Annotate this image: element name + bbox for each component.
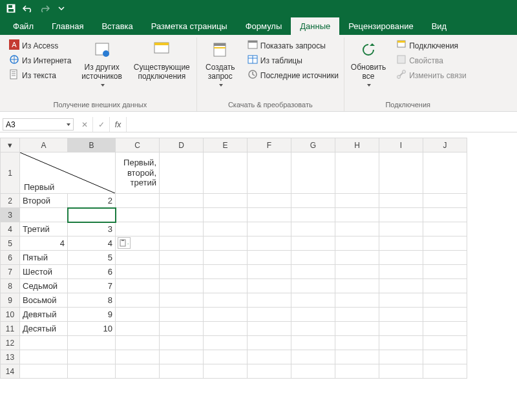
cell-J6[interactable]: [423, 251, 467, 265]
cell-D7[interactable]: [160, 265, 204, 279]
cell-C4[interactable]: [116, 222, 160, 236]
cell-H10[interactable]: [335, 308, 379, 322]
cell-E2[interactable]: [204, 194, 248, 208]
row-header-10[interactable]: 10: [1, 308, 20, 322]
cell-H1[interactable]: [335, 152, 379, 194]
cell-B7[interactable]: 6: [68, 265, 116, 279]
cell-D6[interactable]: [160, 251, 204, 265]
cell-B8[interactable]: 7: [68, 279, 116, 293]
cell-E1[interactable]: [204, 152, 248, 194]
cell-B14[interactable]: [68, 364, 116, 379]
cell-E4[interactable]: [204, 222, 248, 236]
cell-H6[interactable]: [335, 251, 379, 265]
cell-F13[interactable]: [248, 350, 291, 364]
row-header-2[interactable]: 2: [1, 194, 20, 208]
cell-G5[interactable]: [291, 236, 335, 251]
cell-J3[interactable]: [423, 208, 467, 222]
tab-review[interactable]: Рецензирование: [339, 17, 422, 35]
cell-F2[interactable]: [248, 194, 291, 208]
row-header-12[interactable]: 12: [1, 336, 20, 350]
cell-J14[interactable]: [423, 364, 467, 379]
cell-B12[interactable]: [68, 336, 116, 350]
cell-G6[interactable]: [291, 251, 335, 265]
from-web-button[interactable]: Из Интернета: [8, 54, 72, 67]
cell-C12[interactable]: [116, 336, 160, 350]
cell-F12[interactable]: [248, 336, 291, 350]
cell-C11[interactable]: [116, 322, 160, 336]
cell-B5[interactable]: 4: [68, 236, 116, 251]
cell-G3[interactable]: [291, 208, 335, 222]
col-header-J[interactable]: J: [423, 138, 467, 152]
cell-F8[interactable]: [248, 279, 291, 293]
cell-G12[interactable]: [291, 336, 335, 350]
cell-J2[interactable]: [423, 194, 467, 208]
cell-I14[interactable]: [379, 364, 423, 379]
cell-D10[interactable]: [160, 308, 204, 322]
cell-J9[interactable]: [423, 293, 467, 308]
col-header-C[interactable]: C: [116, 138, 160, 152]
cell-E12[interactable]: [204, 336, 248, 350]
cell-H9[interactable]: [335, 293, 379, 308]
cell-I8[interactable]: [379, 279, 423, 293]
cell-F1[interactable]: [248, 152, 291, 194]
cell-A5[interactable]: 4: [20, 236, 68, 251]
cell-F3[interactable]: [248, 208, 291, 222]
cell-A12[interactable]: [20, 336, 68, 350]
row-header-5[interactable]: 5: [1, 236, 20, 251]
row-header-8[interactable]: 8: [1, 279, 20, 293]
tab-page-layout[interactable]: Разметка страницы: [142, 17, 237, 35]
cell-B9[interactable]: 8: [68, 293, 116, 308]
customize-qat-icon[interactable]: [54, 1, 69, 16]
fx-icon[interactable]: fx: [110, 117, 127, 132]
cell-H4[interactable]: [335, 222, 379, 236]
cell-D5[interactable]: [160, 236, 204, 251]
tab-insert[interactable]: Вставка: [92, 17, 142, 35]
col-header-I[interactable]: I: [379, 138, 423, 152]
cell-H14[interactable]: [335, 364, 379, 379]
cell-I2[interactable]: [379, 194, 423, 208]
cell-I12[interactable]: [379, 336, 423, 350]
cell-H11[interactable]: [335, 322, 379, 336]
cell-D4[interactable]: [160, 222, 204, 236]
new-query-button[interactable]: Создать запрос: [201, 39, 240, 88]
formula-input[interactable]: [127, 117, 517, 132]
cell-F4[interactable]: [248, 222, 291, 236]
cell-A1B1[interactable]: Первый: [20, 152, 116, 194]
cell-E7[interactable]: [204, 265, 248, 279]
cell-I10[interactable]: [379, 308, 423, 322]
row-header-6[interactable]: 6: [1, 251, 20, 265]
cell-C14[interactable]: [116, 364, 160, 379]
col-header-H[interactable]: H: [335, 138, 379, 152]
row-header-1[interactable]: 1: [1, 152, 20, 194]
col-header-G[interactable]: G: [291, 138, 335, 152]
cell-C7[interactable]: [116, 265, 160, 279]
cell-A10[interactable]: Девятый: [20, 308, 68, 322]
cell-J4[interactable]: [423, 222, 467, 236]
col-header-F[interactable]: F: [248, 138, 291, 152]
cell-I5[interactable]: [379, 236, 423, 251]
cell-A2[interactable]: Второй: [20, 194, 68, 208]
undo-icon[interactable]: [21, 1, 35, 16]
tab-view[interactable]: Вид: [423, 17, 456, 35]
cell-E11[interactable]: [204, 322, 248, 336]
from-table-button[interactable]: Из таблицы: [246, 54, 340, 67]
cell-H5[interactable]: [335, 236, 379, 251]
show-queries-button[interactable]: Показать запросы: [246, 39, 340, 52]
cell-J5[interactable]: [423, 236, 467, 251]
cell-B3[interactable]: [68, 208, 116, 222]
save-icon[interactable]: [4, 1, 18, 16]
col-header-E[interactable]: E: [204, 138, 248, 152]
cell-B2[interactable]: 2: [68, 194, 116, 208]
col-header-D[interactable]: D: [160, 138, 204, 152]
cell-G14[interactable]: [291, 364, 335, 379]
cell-A6[interactable]: Пятый: [20, 251, 68, 265]
cell-E3[interactable]: [204, 208, 248, 222]
cell-J8[interactable]: [423, 279, 467, 293]
tab-home[interactable]: Главная: [43, 17, 92, 35]
cell-G4[interactable]: [291, 222, 335, 236]
cell-D12[interactable]: [160, 336, 204, 350]
cell-B6[interactable]: 5: [68, 251, 116, 265]
row-header-9[interactable]: 9: [1, 293, 20, 308]
cell-F7[interactable]: [248, 265, 291, 279]
row-header-4[interactable]: 4: [1, 222, 20, 236]
